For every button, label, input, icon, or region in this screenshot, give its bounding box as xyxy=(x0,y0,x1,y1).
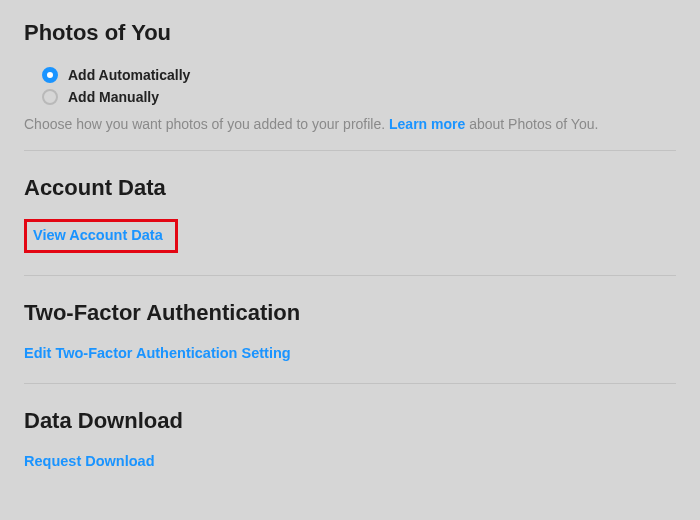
highlight-box: View Account Data xyxy=(24,219,178,253)
radio-add-manually[interactable]: Add Manually xyxy=(42,86,676,108)
photos-section: Photos of You Add Automatically Add Manu… xyxy=(24,20,676,132)
data-download-title: Data Download xyxy=(24,408,676,434)
request-download-link[interactable]: Request Download xyxy=(24,453,155,470)
radio-add-manually-label: Add Manually xyxy=(68,89,159,105)
photos-help-prefix: Choose how you want photos of you added … xyxy=(24,116,389,132)
radio-empty-icon xyxy=(42,89,58,105)
two-factor-section: Two-Factor Authentication Edit Two-Facto… xyxy=(24,300,676,362)
photos-help-suffix: about Photos of You. xyxy=(465,116,598,132)
learn-more-link[interactable]: Learn more xyxy=(389,116,465,132)
photos-radio-group: Add Automatically Add Manually xyxy=(42,64,676,108)
photos-help-text: Choose how you want photos of you added … xyxy=(24,116,676,132)
radio-selected-icon xyxy=(42,67,58,83)
radio-add-automatically-label: Add Automatically xyxy=(68,67,190,83)
account-data-section: Account Data View Account Data xyxy=(24,175,676,271)
divider xyxy=(24,383,676,384)
radio-add-automatically[interactable]: Add Automatically xyxy=(42,64,676,86)
edit-two-factor-link[interactable]: Edit Two-Factor Authentication Setting xyxy=(24,345,291,362)
divider xyxy=(24,275,676,276)
photos-title: Photos of You xyxy=(24,20,676,46)
account-data-title: Account Data xyxy=(24,175,676,201)
data-download-section: Data Download Request Download xyxy=(24,408,676,470)
view-account-data-link[interactable]: View Account Data xyxy=(33,227,163,244)
two-factor-title: Two-Factor Authentication xyxy=(24,300,676,326)
divider xyxy=(24,150,676,151)
